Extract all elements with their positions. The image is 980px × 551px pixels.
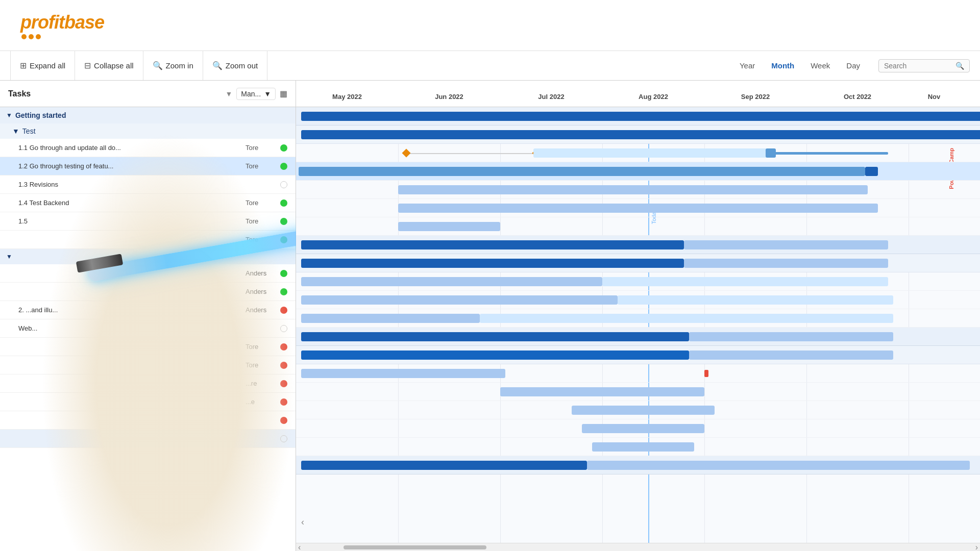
chart-view-icon[interactable]: ▦	[280, 89, 287, 98]
search-box: 🔍	[878, 59, 970, 72]
logo-dot-3	[36, 34, 41, 39]
gantt-body: Today Power BI Camp	[296, 107, 980, 543]
subsection-test[interactable]: ▼ Test	[0, 123, 296, 139]
gantt-header: May 2022 Jun 2022 Jul 2022 Aug 2022 Sep …	[296, 81, 980, 107]
status-dot	[280, 398, 287, 406]
tasks-filter-icon[interactable]: ▼	[225, 90, 232, 98]
gantt-bar-highlight	[533, 148, 768, 158]
scroll-left-arrow[interactable]: ‹	[301, 517, 304, 528]
week-view-button[interactable]: Week	[802, 58, 838, 73]
status-dot	[280, 181, 287, 188]
logo-dots	[21, 34, 104, 39]
gantt-bar-row-3	[296, 162, 980, 181]
assignee: ...re	[246, 380, 276, 387]
logo: profitbase	[20, 12, 104, 39]
status-dot	[280, 362, 287, 369]
scroll-left-button[interactable]: ‹	[298, 543, 301, 552]
task-name: 1.3 Revisions	[18, 181, 241, 188]
assignee: Tore	[246, 217, 276, 225]
status-dot	[280, 270, 287, 277]
section-getting-started[interactable]: ▼ Getting started	[0, 107, 296, 123]
milestone-1	[402, 148, 411, 157]
assignee: Tore	[246, 343, 276, 350]
status-dot	[280, 380, 287, 387]
zoom-out-button[interactable]: 🔍 Zoom out	[203, 51, 267, 80]
gantt-area: May 2022 Jun 2022 Jul 2022 Aug 2022 Sep …	[296, 81, 980, 551]
gantt-bar-light	[587, 461, 970, 470]
task-name: 2. ...and illu...	[18, 306, 241, 314]
zoom-in-button[interactable]: 🔍 Zoom in	[143, 51, 203, 80]
status-dot	[280, 307, 287, 314]
gantt-bar-dark	[865, 167, 878, 176]
month-nov: Nov	[909, 93, 960, 101]
assignee: Tore	[246, 199, 276, 207]
manager-filter-label: Man...	[241, 90, 261, 98]
expand-icon: ⊞	[20, 61, 27, 70]
gantt-bar-light	[398, 185, 868, 194]
task-row: Tore	[0, 338, 296, 356]
day-view-button[interactable]: Day	[838, 58, 868, 73]
gantt-bar-row-s2-1	[296, 272, 980, 291]
gantt-bar-row-s3-4	[296, 419, 980, 438]
month-aug: Aug 2022	[602, 93, 704, 101]
zoom-out-label: Zoom out	[226, 61, 258, 70]
task-row: 1.3 Revisions	[0, 176, 296, 194]
gantt-section-row-s2	[296, 236, 980, 254]
scroll-right-button[interactable]: ›	[975, 543, 978, 552]
month-view-button[interactable]: Month	[763, 58, 802, 73]
task-row: 2. ...and illu... Anders	[0, 301, 296, 319]
task-name: Web...	[18, 324, 241, 332]
logo-text: profitbase	[20, 12, 104, 33]
gantt-bar-row-5	[296, 199, 980, 217]
gantt-bar-lighter	[480, 314, 893, 323]
subsection-label: Test	[22, 127, 36, 135]
month-may: May 2022	[296, 93, 398, 101]
status-dot	[280, 236, 287, 243]
gantt-section-row-s3	[296, 328, 980, 346]
main-content: Tasks ▼ Man... ▼ ▦ ▼ Getting started ▼ T…	[0, 81, 980, 551]
gantt-bar-row-4	[296, 181, 980, 199]
task-row: ...e	[0, 393, 296, 411]
task-row	[0, 411, 296, 430]
expand-all-button[interactable]: ⊞ Expand all	[10, 51, 75, 80]
panel-header: Tasks ▼ Man... ▼ ▦	[0, 81, 296, 107]
scrollbar-thumb[interactable]	[344, 545, 486, 549]
task-row: Tore	[0, 231, 296, 249]
task-name: 1.1 Go through and update all do...	[18, 144, 241, 152]
gantt-bar	[301, 461, 587, 470]
manager-filter[interactable]: Man... ▼	[236, 88, 276, 100]
left-panel: Tasks ▼ Man... ▼ ▦ ▼ Getting started ▼ T…	[0, 81, 296, 551]
gantt-scrollbar[interactable]: ‹ ›	[296, 543, 980, 551]
assignee: Tore	[246, 361, 276, 369]
section-2[interactable]: ▼ ⋮	[0, 249, 296, 264]
status-dot	[280, 288, 287, 295]
gantt-bar-light	[301, 369, 505, 378]
year-view-button[interactable]: Year	[731, 58, 763, 73]
task-row: Anders	[0, 283, 296, 301]
logo-dot-2	[29, 34, 34, 39]
gantt-bar-light	[301, 295, 618, 305]
task-row: 1.4 Test Backend Tore	[0, 194, 296, 212]
status-dot	[280, 144, 287, 152]
gantt-section-row-0	[296, 107, 980, 126]
gantt-bar-light	[689, 332, 893, 341]
gantt-bar-row-s3-5	[296, 438, 980, 456]
gantt-bar-light	[572, 406, 715, 415]
assignee: Anders	[246, 288, 276, 295]
gantt-bar-dark	[301, 350, 689, 360]
assignee: Anders	[246, 306, 276, 314]
month-jun: Jun 2022	[398, 93, 500, 101]
gantt-bar-row-2	[296, 144, 980, 162]
gantt-bar-light	[500, 387, 704, 396]
task-name: 1.5	[18, 217, 241, 225]
gantt-subsection-row-1	[296, 126, 980, 144]
logo-dot-1	[21, 34, 27, 39]
toolbar-right: Year Month Week Day 🔍	[731, 58, 970, 73]
status-dot	[280, 417, 287, 424]
search-input[interactable]	[884, 62, 955, 70]
gantt-bar	[301, 240, 684, 249]
status-dot	[280, 163, 287, 170]
section-label: Getting started	[15, 111, 66, 119]
chevron-down-icon: ▼	[6, 112, 12, 119]
collapse-all-button[interactable]: ⊟ Collapse all	[75, 51, 143, 80]
